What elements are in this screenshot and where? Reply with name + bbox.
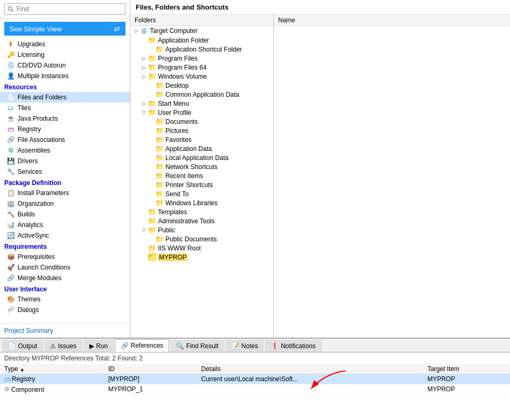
ref-col-id[interactable]: ID — [104, 364, 197, 374]
tree-item-favorites[interactable]: 📁Favorites — [130, 135, 273, 144]
ref-cell-2-1: MYPROP_1 — [104, 384, 197, 395]
tree-item-public-documents[interactable]: 📁Public Documents — [130, 234, 273, 243]
tree-item-app-folder[interactable]: 📁Application Folder — [130, 36, 273, 45]
bottom-tab-issues[interactable]: ⚠Issues — [44, 340, 82, 352]
tree-item-iis-www[interactable]: 📁IIS WWW Root — [130, 243, 273, 253]
tree-toggle-user-profile[interactable]: ▽ — [140, 110, 147, 115]
tree-item-app-shortcut[interactable]: 📁Application Shortcut Folder — [130, 45, 273, 54]
tab-icon-notes: 📝 — [231, 342, 239, 350]
sidebar-item-builds[interactable]: 🔨 Builds — [0, 209, 130, 220]
tree-item-label-iis-www: IIS WWW Root — [158, 245, 201, 252]
package-def-section-label: Package Definition — [0, 177, 130, 188]
tree-item-label-common-app-data: Common Application Data — [165, 91, 239, 98]
folder-icon-windows-libraries: 📁 — [155, 199, 164, 207]
tree-item-label-printer-shortcuts: Printer Shortcuts — [165, 181, 213, 189]
sidebar-item-dialogs[interactable]: 🗪 Dialogs — [0, 305, 130, 315]
bottom-tab-run[interactable]: ▶Run — [83, 340, 114, 352]
sidebar-item-label: File Associations — [18, 136, 65, 144]
sidebar-item-themes[interactable]: 🎨 Themes — [0, 294, 130, 305]
sidebar-item-activesync[interactable]: 🔄 ActiveSync — [0, 230, 130, 241]
tree-toggle-program-files-64[interactable]: ▷ — [140, 65, 147, 70]
ref-row-1[interactable]: 🗃Registry[MYPROP]Current user\Local mach… — [0, 374, 510, 384]
tree-item-start-menu[interactable]: ▷📁Start Menu — [130, 99, 273, 108]
sidebar-item-multi[interactable]: 👤 Multiple Instances — [0, 71, 130, 81]
tab-label-find-result: Find Result — [186, 342, 219, 350]
sidebar-item-tiles[interactable]: 🗂 Tiles — [0, 103, 130, 113]
sidebar-item-cd-dvd[interactable]: 💿 CD/DVD Autorun — [0, 60, 130, 71]
sidebar-item-prerequisites[interactable]: 📦 Prerequisites — [0, 251, 130, 262]
sidebar-item-upgrades[interactable]: ⬆ Upgrades — [0, 39, 130, 49]
tree-item-target-computer[interactable]: ▷🖥Target Computer — [130, 26, 273, 36]
ref-info: Directory MYPROP References Total: 2 Fou… — [0, 352, 510, 364]
sidebar-item-services[interactable]: 🔧 Services — [0, 166, 130, 177]
tree-toggle-program-files[interactable]: ▷ — [140, 56, 147, 61]
sidebar-item-launch-conditions[interactable]: 🚀 Launch Conditions — [0, 262, 130, 273]
builds-icon: 🔨 — [6, 210, 15, 219]
bottom-tab-output[interactable]: 📄Output — [2, 340, 43, 352]
tree-item-user-profile[interactable]: ▽📁User Profile — [130, 108, 273, 117]
sidebar-item-file-assoc[interactable]: 🔗 File Associations — [0, 135, 130, 145]
resources-section-label: Resources — [0, 81, 130, 92]
tree-item-templates[interactable]: 📁Templates — [130, 207, 273, 216]
bottom-tab-notes[interactable]: 📝Notes — [225, 340, 264, 352]
tree-item-pictures[interactable]: 📁Pictures — [130, 126, 273, 135]
tree-toggle-public[interactable]: ▽ — [140, 228, 147, 233]
launch-icon: 🚀 — [6, 263, 15, 272]
sidebar-item-analytics[interactable]: 📊 Analytics — [0, 220, 130, 230]
multi-icon: 👤 — [6, 72, 15, 80]
tree-item-app-data[interactable]: 📁Application Data — [130, 144, 273, 153]
sidebar-item-java[interactable]: ☕ Java Products — [0, 113, 130, 124]
ref-cell-1-0: 🗃Registry — [0, 374, 104, 384]
project-summary-link[interactable]: Project Summary — [0, 323, 130, 338]
tree-item-windows-volume[interactable]: ▷📁Windows Volume — [130, 72, 273, 81]
sidebar-scroll: ⬆ Upgrades 🔑 Licensing 💿 CD/DVD Autorun … — [0, 39, 130, 323]
search-input[interactable] — [4, 3, 126, 15]
tree-item-myprop[interactable]: 📁MYPROP — [130, 253, 273, 262]
tree-item-program-files[interactable]: ▷📁Program Files — [130, 54, 273, 63]
registry-icon: 🗃 — [6, 125, 15, 133]
tree-item-admin-tools[interactable]: 📁Administrative Tools — [130, 216, 273, 225]
sidebar-item-licensing[interactable]: 🔑 Licensing — [0, 49, 130, 60]
bottom-tab-notifications[interactable]: ❗Notifications — [265, 340, 321, 352]
tree-item-common-app-data[interactable]: 📁Common Application Data — [130, 90, 273, 99]
tree-item-documents[interactable]: 📁Documents — [130, 117, 273, 126]
tree-item-desktop[interactable]: 📁Desktop — [130, 81, 273, 90]
sidebar-item-drivers[interactable]: 💾 Drivers — [0, 156, 130, 166]
tree-item-label-admin-tools: Administrative Tools — [158, 217, 215, 225]
ref-row-2[interactable]: ⚙ComponentMYPROP_1MYPROP — [0, 384, 510, 395]
sidebar-item-merge-modules[interactable]: 🔗 Merge Modules — [0, 273, 130, 283]
folder-icon-pictures: 📁 — [155, 127, 164, 135]
ref-col-details[interactable]: Details — [197, 364, 423, 374]
folder-icon-app-folder: 📁 — [148, 36, 156, 44]
simple-view-button[interactable]: See Simple View ⇄ — [4, 22, 126, 36]
ref-col-target-item[interactable]: Target Item — [423, 364, 510, 374]
bottom-panel: 📄Output⚠Issues▶Run🔗References🔍Find Resul… — [0, 338, 510, 420]
tree-item-local-app-data[interactable]: 📁Local Application Data — [130, 153, 273, 162]
sidebar-item-registry[interactable]: 🗃 Registry — [0, 124, 130, 135]
sidebar-item-label: CD/DVD Autorun — [18, 62, 66, 69]
tree-item-send-to[interactable]: 📁Send To — [130, 189, 273, 198]
tree-toggle-start-menu[interactable]: ▷ — [140, 101, 147, 106]
tree-toggle-windows-volume[interactable]: ▷ — [140, 74, 147, 79]
bottom-tab-find-result[interactable]: 🔍Find Result — [170, 340, 224, 352]
tree-item-printer-shortcuts[interactable]: 📁Printer Shortcuts — [130, 180, 273, 189]
tree-item-program-files-64[interactable]: ▷📁Program Files 64 — [130, 63, 273, 72]
tab-label-output: Output — [18, 342, 37, 350]
tree-toggle-target-computer[interactable]: ▷ — [132, 28, 140, 33]
sidebar-item-assemblies[interactable]: ⚙ Assemblies — [0, 145, 130, 156]
tree-item-recent-items[interactable]: 📁Recent Items — [130, 171, 273, 180]
sidebar-item-install-params[interactable]: 📋 Install Parameters — [0, 188, 130, 198]
tree-panel-header: Folders — [130, 15, 273, 26]
bottom-tab-references[interactable]: 🔗References — [115, 339, 169, 352]
ref-cell-1-1: [MYPROP] — [104, 374, 197, 384]
sidebar-item-files-folders[interactable]: 📄 Files and Folders — [0, 92, 130, 103]
folder-icon-admin-tools: 📁 — [148, 217, 156, 225]
tree-item-network-shortcuts[interactable]: 📁Network Shortcuts — [130, 162, 273, 171]
tree-item-windows-libraries[interactable]: 📁Windows Libraries — [130, 198, 273, 207]
tree-item-public[interactable]: ▽📁Public — [130, 225, 273, 234]
merge-icon: 🔗 — [6, 274, 15, 282]
sidebar-item-organization[interactable]: 🏢 Organization — [0, 198, 130, 209]
sidebar-item-label: Merge Modules — [18, 274, 62, 282]
sidebar-item-label: Prerequisites — [18, 253, 55, 261]
ref-col-type[interactable]: Type ▲ — [0, 364, 104, 374]
